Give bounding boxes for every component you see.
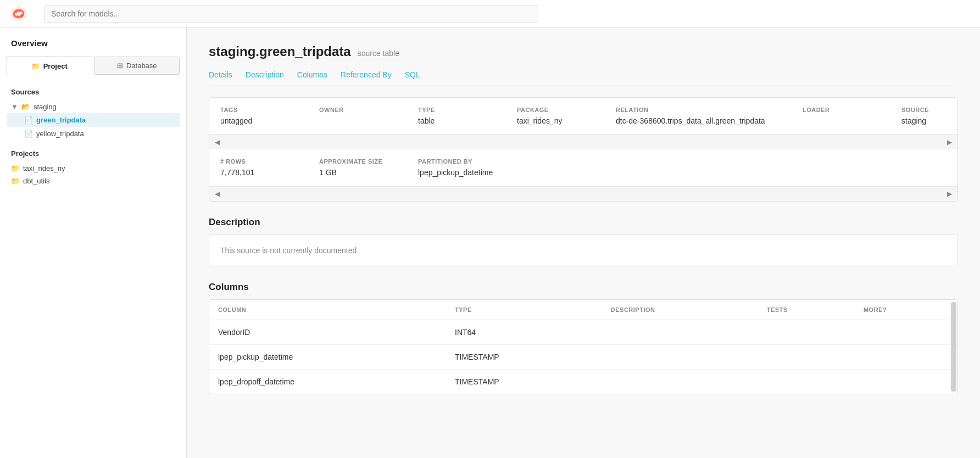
taxi-rides-label: taxi_rides_ny bbox=[23, 164, 65, 172]
source-label: SOURCE bbox=[901, 107, 957, 113]
columns-header-row: COLUMN TYPE DESCRIPTION TESTS MORE? bbox=[209, 300, 957, 320]
dbt-utils-label: dbt_utils bbox=[23, 177, 49, 185]
tab-columns[interactable]: Columns bbox=[297, 70, 327, 86]
tab-description[interactable]: Description bbox=[246, 70, 284, 86]
database-icon: ⊞ bbox=[117, 62, 123, 70]
staging-label: staging bbox=[34, 103, 57, 111]
projects-title: Projects bbox=[11, 149, 175, 158]
folder-icon-dbt: 📁 bbox=[11, 177, 20, 185]
type-lpep-dropoff: TIMESTAMP bbox=[446, 370, 602, 394]
desc-vendor-id bbox=[602, 320, 758, 345]
sidebar-tabs: 📁 Project ⊞ Database bbox=[0, 57, 186, 83]
type-vendor-id: INT64 bbox=[446, 320, 602, 345]
overview-title: Overview bbox=[0, 38, 186, 57]
type-cell: TYPE table bbox=[418, 107, 495, 125]
type-lpep-pickup: TIMESTAMP bbox=[446, 345, 602, 370]
col-header-type: TYPE bbox=[446, 300, 602, 320]
col-vendor-id: VendorID bbox=[209, 320, 446, 345]
table-row: lpep_dropoff_datetime TIMESTAMP bbox=[209, 370, 957, 394]
logo bbox=[9, 4, 31, 24]
tab-project[interactable]: 📁 Project bbox=[7, 57, 92, 75]
green-tripdata-label: green_tripdata bbox=[36, 116, 86, 124]
folder-icon: 📁 bbox=[31, 62, 40, 70]
scroll-right-1[interactable]: ▶ bbox=[947, 138, 952, 146]
scroll-left-1[interactable]: ◀ bbox=[215, 138, 220, 146]
package-label: PACKAGE bbox=[517, 107, 594, 113]
approx-size-value: 1 GB bbox=[319, 168, 396, 177]
tab-database-label: Database bbox=[126, 62, 157, 70]
sidebar-item-green-tripdata[interactable]: 📄 green_tripdata bbox=[7, 113, 180, 127]
tab-project-label: Project bbox=[43, 62, 68, 70]
details-row-1: TAGS untagged OWNER TYPE table PACKAGE t… bbox=[209, 98, 957, 135]
tags-value: untagged bbox=[220, 116, 297, 125]
page-title-area: staging.green_tripdata source table bbox=[209, 44, 958, 59]
scroll-right-2[interactable]: ▶ bbox=[947, 190, 952, 198]
col-lpep-dropoff: lpep_dropoff_datetime bbox=[209, 370, 446, 394]
package-value: taxi_rides_ny bbox=[517, 116, 594, 125]
col-lpep-pickup: lpep_pickup_datetime bbox=[209, 345, 446, 370]
sources-section: Sources ▼ 📂 staging 📄 green_tripdata 📄 y… bbox=[0, 83, 186, 145]
sidebar: Overview 📁 Project ⊞ Database Sources ▼ … bbox=[0, 27, 187, 458]
description-section-title: Description bbox=[209, 217, 958, 228]
tags-cell: TAGS untagged bbox=[220, 107, 297, 125]
scroll-hint-2: ◀ ▶ bbox=[209, 186, 957, 201]
source-cell: SOURCE staging bbox=[901, 107, 957, 125]
tab-details[interactable]: Details bbox=[209, 70, 232, 86]
relation-value: dtc-de-368600.trips_data_all.green_tripd… bbox=[616, 116, 781, 125]
partitioned-value: lpep_pickup_datetime bbox=[418, 168, 495, 177]
rows-cell: # ROWS 7,778,101 bbox=[220, 158, 297, 177]
tags-label: TAGS bbox=[220, 107, 297, 113]
topbar bbox=[0, 0, 980, 27]
sidebar-item-yellow-tripdata[interactable]: 📄 yellow_tripdata bbox=[11, 127, 175, 141]
sidebar-project-dbt[interactable]: 📁 dbt_utils bbox=[11, 175, 175, 187]
package-cell: PACKAGE taxi_rides_ny bbox=[517, 107, 594, 125]
main-content: staging.green_tripdata source table Deta… bbox=[187, 27, 980, 458]
tests-vendor-id bbox=[758, 320, 855, 345]
owner-label: OWNER bbox=[319, 107, 396, 113]
description-box: This source is not currently documented bbox=[209, 234, 958, 266]
tests-lpep-dropoff bbox=[758, 370, 855, 394]
sidebar-project-taxi[interactable]: 📁 taxi_rides_ny bbox=[11, 162, 175, 175]
table-row: VendorID INT64 bbox=[209, 320, 957, 345]
owner-cell: OWNER bbox=[319, 107, 396, 116]
type-label: TYPE bbox=[418, 107, 495, 113]
tab-database[interactable]: ⊞ Database bbox=[94, 57, 180, 75]
rows-label: # ROWS bbox=[220, 158, 297, 165]
type-value: table bbox=[418, 116, 495, 125]
col-header-description: DESCRIPTION bbox=[602, 300, 758, 320]
table-row: lpep_pickup_datetime TIMESTAMP bbox=[209, 345, 957, 370]
approx-size-label: APPROXIMATE SIZE bbox=[319, 158, 396, 165]
more-lpep-dropoff bbox=[855, 370, 957, 394]
search-bar[interactable] bbox=[44, 5, 538, 23]
tests-lpep-pickup bbox=[758, 345, 855, 370]
loader-cell: LOADER bbox=[803, 107, 879, 116]
details-card: TAGS untagged OWNER TYPE table PACKAGE t… bbox=[209, 97, 958, 202]
loader-label: LOADER bbox=[803, 107, 879, 113]
col-header-column: COLUMN bbox=[209, 300, 446, 320]
yellow-tripdata-label: yellow_tripdata bbox=[36, 130, 84, 138]
tab-referenced-by[interactable]: Referenced By bbox=[341, 70, 392, 86]
layout: Overview 📁 Project ⊞ Database Sources ▼ … bbox=[0, 27, 980, 458]
relation-label: RELATION bbox=[616, 107, 781, 113]
search-input[interactable] bbox=[44, 5, 538, 23]
folder-icon: 📂 bbox=[21, 103, 30, 111]
source-badge: source table bbox=[358, 49, 399, 58]
dbt-logo-icon bbox=[9, 4, 29, 24]
page-title: staging.green_tripdata bbox=[209, 44, 351, 59]
description-text: This source is not currently documented bbox=[220, 246, 357, 255]
scrollbar[interactable] bbox=[951, 302, 956, 392]
scroll-left-2[interactable]: ◀ bbox=[215, 190, 220, 198]
tab-sql[interactable]: SQL bbox=[405, 70, 420, 86]
col-header-tests: TESTS bbox=[758, 300, 855, 320]
rows-value: 7,778,101 bbox=[220, 168, 297, 177]
file-icon-green: 📄 bbox=[24, 116, 33, 124]
more-vendor-id bbox=[855, 320, 957, 345]
nav-tabs: Details Description Columns Referenced B… bbox=[209, 70, 958, 86]
columns-table: COLUMN TYPE DESCRIPTION TESTS MORE? Vend… bbox=[209, 300, 957, 394]
approx-size-cell: APPROXIMATE SIZE 1 GB bbox=[319, 158, 396, 177]
sidebar-folder-staging[interactable]: ▼ 📂 staging bbox=[11, 100, 175, 113]
relation-cell: RELATION dtc-de-368600.trips_data_all.gr… bbox=[616, 107, 781, 125]
columns-section-title: Columns bbox=[209, 282, 958, 293]
desc-lpep-dropoff bbox=[602, 370, 758, 394]
scroll-hint-1: ◀ ▶ bbox=[209, 135, 957, 149]
